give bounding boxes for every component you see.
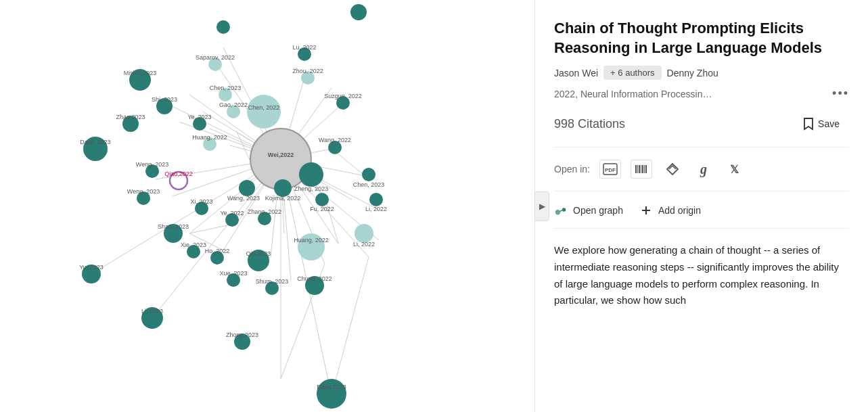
detail-panel: Chain of Thought Prompting Elicits Reaso…	[534, 0, 868, 412]
svg-rect-91	[645, 165, 647, 173]
last-author: Denny Zhou	[667, 68, 718, 78]
svg-text:Chung, 2022: Chung, 2022	[297, 275, 332, 282]
svg-text:PDF: PDF	[605, 167, 616, 173]
google-scholar-icon[interactable]: g	[693, 160, 714, 179]
citation-graph[interactable]: Wei,2022 Zheng, 2023 Kojima, 2022 Wang, …	[0, 0, 534, 412]
svg-text:Kojima, 2022: Kojima, 2022	[265, 195, 301, 202]
x-letter: 𝕏	[730, 163, 739, 176]
node-zheng-2023[interactable]	[299, 162, 323, 187]
graph-svg	[554, 204, 568, 216]
authors-row: Jason Wei + 6 authors Denny Zhou	[554, 66, 849, 80]
svg-text:Huang, 2022: Huang, 2022	[294, 237, 329, 244]
citations-row: 998 Citations Save	[554, 113, 849, 147]
node-top[interactable]	[216, 20, 230, 34]
svg-text:Gao, 2022: Gao, 2022	[219, 101, 248, 108]
panel-toggle[interactable]: ▶	[534, 191, 549, 221]
svg-text:Shi, 2023: Shi, 2023	[152, 96, 177, 103]
svg-rect-88	[641, 165, 641, 173]
svg-text:Wang, 2023: Wang, 2023	[227, 195, 260, 202]
pdf-svg: PDF	[603, 163, 618, 175]
svg-text:Xi, 2023: Xi, 2023	[190, 198, 212, 205]
svg-text:Shum, 2023: Shum, 2023	[256, 278, 289, 285]
barcode-icon[interactable]	[631, 160, 652, 179]
add-origin-label: Add origin	[658, 205, 701, 216]
svg-rect-89	[642, 165, 643, 173]
node-chen-2023-r[interactable]	[362, 168, 375, 181]
chevron-right-icon: ▶	[539, 202, 545, 211]
svg-text:Chen, 2023: Chen, 2023	[353, 181, 385, 188]
graph-icon	[554, 204, 568, 217]
svg-text:Zheng, 2023: Zheng, 2023	[294, 185, 329, 192]
node-li-2022b[interactable]	[355, 224, 373, 243]
semantic-scholar-icon[interactable]	[662, 160, 683, 179]
node-chen-2022[interactable]	[247, 95, 281, 129]
svg-text:Ye, 2022: Ye, 2022	[220, 210, 244, 216]
svg-text:Saparov, 2022: Saparov, 2022	[196, 54, 235, 61]
svg-rect-85	[635, 165, 637, 173]
svg-text:Chen, 2023: Chen, 2023	[210, 85, 242, 91]
more-authors-badge[interactable]: + 6 authors	[603, 66, 661, 80]
open-in-label: Open in:	[554, 164, 590, 175]
bookmark-icon	[803, 117, 814, 131]
add-origin-button[interactable]: Add origin	[639, 204, 701, 217]
abstract-text: We explore how generating a chain of tho…	[554, 242, 849, 309]
twitter-x-icon[interactable]: 𝕏	[724, 160, 746, 179]
svg-text:Huang, 2022: Huang, 2022	[192, 134, 227, 141]
svg-text:Zhao,2023: Zhao,2023	[116, 114, 145, 120]
node-wang-2023[interactable]	[239, 180, 255, 196]
pdf-icon[interactable]: PDF	[599, 160, 621, 179]
svg-text:Ye, 2023: Ye, 2023	[187, 114, 211, 120]
svg-point-92	[555, 210, 560, 214]
barcode-svg	[635, 164, 648, 175]
first-author: Jason Wei	[554, 68, 598, 78]
svg-text:Li, 2023: Li, 2023	[141, 308, 163, 315]
open-in-row: Open in: PDF	[554, 160, 849, 191]
svg-text:Zhou, 2022: Zhou, 2022	[292, 68, 323, 74]
open-graph-button[interactable]: Open graph	[554, 204, 623, 217]
svg-text:Ho, 2022: Ho, 2022	[205, 248, 230, 254]
svg-text:Zhang, 2022: Zhang, 2022	[248, 208, 282, 215]
svg-text:Shao, 2023: Shao, 2023	[158, 223, 189, 230]
node-top-right[interactable]	[350, 4, 367, 20]
ss-svg	[665, 162, 680, 176]
svg-line-37	[332, 257, 369, 396]
svg-text:Qiao,2022: Qiao,2022	[164, 170, 193, 177]
svg-text:Li, 2022: Li, 2022	[365, 206, 387, 212]
svg-text:Lu, 2022: Lu, 2022	[292, 44, 316, 51]
svg-text:Chen, 2022: Chen, 2022	[248, 104, 280, 111]
svg-rect-90	[644, 165, 645, 173]
svg-text:Bang,2023: Bang,2023	[317, 384, 346, 390]
svg-text:Fu, 2022: Fu, 2022	[310, 206, 334, 212]
save-button[interactable]: Save	[794, 113, 849, 135]
svg-text:Yu, 2023: Yu, 2023	[79, 264, 104, 271]
gs-letter: g	[700, 162, 707, 177]
venue-text: 2022, Neural Information Processin…	[554, 89, 712, 99]
svg-rect-87	[639, 165, 640, 173]
svg-text:Qin,2023: Qin,2023	[246, 250, 271, 257]
svg-text:Xie, 2023: Xie, 2023	[181, 242, 206, 248]
svg-point-93	[562, 208, 566, 212]
svg-text:Suzgun, 2022: Suzgun, 2022	[324, 93, 362, 99]
svg-line-94	[560, 210, 562, 211]
open-graph-label: Open graph	[573, 205, 623, 216]
save-label: Save	[818, 118, 840, 129]
svg-text:Mislon,2023: Mislon,2023	[124, 70, 157, 76]
plus-svg	[641, 205, 652, 216]
svg-text:Zhong,2023: Zhong,2023	[226, 331, 258, 338]
svg-text:Weng, 2023: Weng, 2023	[127, 188, 160, 195]
graph-panel[interactable]: Wei,2022 Zheng, 2023 Kojima, 2022 Wang, …	[0, 0, 534, 412]
svg-rect-86	[637, 165, 638, 173]
svg-text:Daull, 2023: Daull, 2023	[80, 139, 111, 145]
open-in-icons: PDF	[599, 160, 746, 179]
more-options-button[interactable]: •••	[832, 87, 849, 101]
svg-text:Weng, 2023: Weng, 2023	[136, 161, 168, 168]
node-fu-2022[interactable]	[315, 193, 329, 206]
citations-count: 998 Citations	[554, 117, 625, 131]
svg-text:Wei,2022: Wei,2022	[268, 152, 294, 158]
svg-text:Wang, 2022: Wang, 2022	[319, 137, 351, 143]
svg-text:Xue, 2023: Xue, 2023	[219, 270, 247, 277]
svg-text:Li, 2022: Li, 2022	[353, 241, 375, 248]
venue-row: 2022, Neural Information Processin… •••	[554, 87, 849, 101]
node-li-2022[interactable]	[369, 193, 383, 206]
paper-title: Chain of Thought Prompting Elicits Reaso…	[554, 19, 849, 58]
